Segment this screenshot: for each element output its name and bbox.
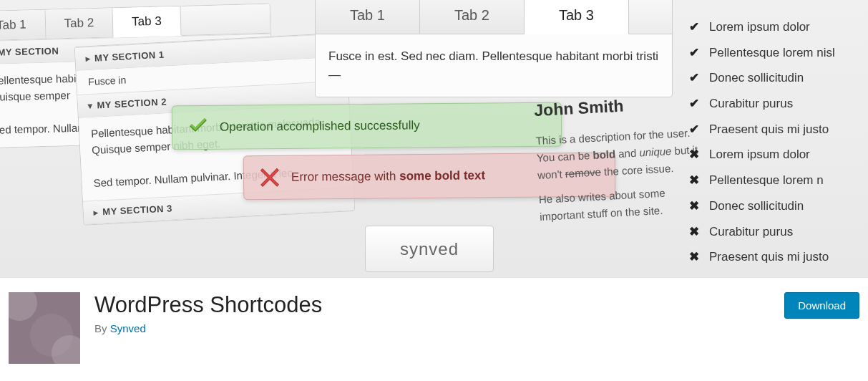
tab-3[interactable]: Tab 3 (113, 6, 182, 37)
alert-success: Operation accomplished successfully (172, 102, 562, 150)
tab-2-large[interactable]: Tab 2 (420, 0, 525, 34)
plugin-byline: By Synved (94, 322, 322, 334)
plugin-title: WordPress Shortcodes (94, 292, 322, 318)
checklist: Lorem ipsum dolor Pellentesque lorem nis… (689, 14, 868, 270)
profile-desc-2: He also writes about some important stuf… (538, 183, 704, 226)
list-item-x: Praesent quis mi justo (689, 244, 868, 270)
list-item: Donec sollicitudin (689, 65, 868, 91)
alert-success-text: Operation accomplished successfully (220, 118, 420, 134)
list-item-x: Pellentesque lorem n (689, 168, 868, 193)
demo-panel-center: Tab 1 Tab 2 Tab 3 Fusce in est. Sed nec … (315, 0, 673, 97)
plugin-header: WordPress Shortcodes By Synved Download (0, 278, 868, 378)
tab-1-large[interactable]: Tab 1 (316, 0, 420, 34)
download-button[interactable]: Download (784, 292, 859, 319)
list-item: Praesent quis mi justo (689, 117, 868, 143)
tab-content: Fusce in est. Sed nec diam. Pellentesque… (316, 34, 672, 97)
plugin-meta: WordPress Shortcodes By Synved (94, 292, 322, 334)
list-item-x: Lorem ipsum dolor (689, 142, 868, 168)
plugin-icon (9, 292, 80, 364)
list-item: Curabitur purus (689, 91, 868, 117)
list-item: Pellentesque lorem nisl (689, 40, 868, 66)
plugin-banner: Tab 1 Tab 2 Tab 3 MY SECTION Pellentesqu… (0, 0, 868, 278)
synved-logo: synved (365, 226, 494, 272)
author-link[interactable]: Synved (110, 322, 146, 334)
tab-2[interactable]: Tab 2 (45, 8, 114, 38)
tab-3-large[interactable]: Tab 3 (525, 0, 629, 34)
tab-row-large: Tab 1 Tab 2 Tab 3 (316, 0, 672, 34)
check-icon (187, 116, 210, 139)
list-item-x: Curabitur purus (689, 219, 868, 245)
list-item: Lorem ipsum dolor (689, 14, 868, 40)
x-icon (258, 166, 281, 189)
tab-1[interactable]: Tab 1 (0, 10, 46, 40)
list-item-x: Donec sollicitudin (689, 193, 868, 219)
alert-error-text: Error message with some bold text (291, 168, 485, 184)
profile-desc-1: This is a description for the user. You … (535, 124, 702, 184)
profile-card: John Smith This is a description for the… (533, 89, 704, 226)
